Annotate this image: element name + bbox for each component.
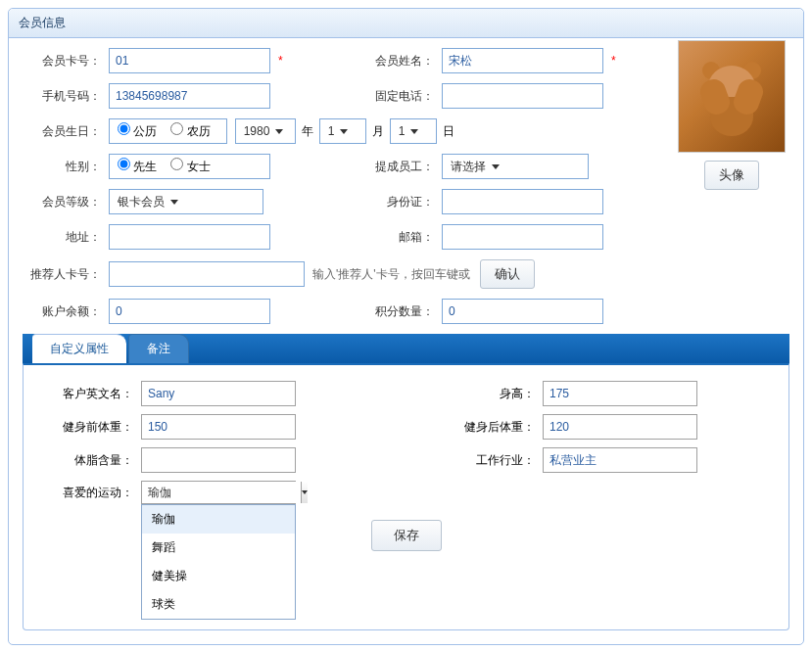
label-body-fat: 体脂含量：	[43, 452, 133, 469]
day-select[interactable]: 1	[390, 118, 437, 144]
member-info-panel: 会员信息 头像 会员卡号： * 会员姓名：	[8, 8, 804, 645]
label-tel: 固定电话：	[356, 88, 434, 105]
name-input[interactable]	[442, 48, 603, 73]
email-input[interactable]	[442, 224, 603, 250]
label-balance: 账户余额：	[23, 303, 101, 320]
label-address: 地址：	[23, 229, 101, 246]
label-favorite-sport: 喜爱的运动：	[43, 485, 133, 501]
industry-input[interactable]	[543, 447, 697, 473]
label-industry: 工作行业：	[445, 452, 535, 469]
weight-before-input[interactable]	[141, 414, 296, 440]
year-select[interactable]: 1980	[235, 118, 296, 144]
combo-dropdown-button[interactable]	[301, 482, 308, 503]
year-unit: 年	[302, 123, 313, 140]
panel-title: 会员信息	[9, 9, 803, 38]
label-email: 邮箱：	[356, 229, 434, 246]
day-unit: 日	[443, 123, 454, 140]
label-en-name: 客户英文名：	[43, 386, 133, 402]
radio-male[interactable]: 先生	[118, 158, 157, 175]
mobile-input[interactable]	[109, 83, 270, 109]
points-input[interactable]	[442, 299, 603, 324]
gender-group: 先生 女士	[109, 154, 270, 179]
calendar-type-group: 公历 农历	[109, 118, 227, 144]
favorite-sport-combo[interactable]: 瑜伽 舞蹈 健美操 球类	[141, 481, 296, 504]
label-level: 会员等级：	[23, 194, 101, 210]
weight-after-input[interactable]	[543, 414, 697, 440]
label-height: 身高：	[445, 386, 535, 402]
staff-select[interactable]: 请选择	[442, 154, 589, 179]
chevron-down-icon	[170, 200, 178, 205]
label-gender: 性别：	[23, 159, 101, 175]
referrer-hint: 输入'推荐人'卡号，按回车键或	[312, 266, 470, 283]
label-name: 会员姓名：	[356, 53, 434, 70]
address-input[interactable]	[109, 224, 270, 250]
dropdown-option[interactable]: 球类	[142, 590, 295, 619]
chevron-down-icon	[302, 490, 308, 494]
required-mark: *	[611, 54, 616, 68]
referrer-input[interactable]	[109, 261, 305, 287]
avatar-section: 头像	[678, 40, 786, 190]
label-staff: 提成员工：	[356, 159, 434, 175]
month-select[interactable]: 1	[319, 118, 366, 144]
favorite-sport-input[interactable]	[142, 482, 301, 503]
radio-lunar[interactable]: 农历	[170, 122, 210, 140]
dropdown-option[interactable]: 舞蹈	[142, 534, 295, 562]
tabs-bar: 自定义属性 备注	[23, 334, 789, 363]
level-select[interactable]: 银卡会员	[109, 189, 263, 214]
card-no-input[interactable]	[109, 48, 270, 73]
radio-solar[interactable]: 公历	[118, 122, 157, 140]
month-unit: 月	[372, 123, 384, 140]
idcard-input[interactable]	[442, 189, 603, 214]
en-name-input[interactable]	[141, 381, 296, 406]
label-idcard: 身份证：	[356, 194, 434, 210]
dropdown-option[interactable]: 瑜伽	[142, 505, 295, 534]
dropdown-option[interactable]: 健美操	[142, 562, 295, 590]
label-points: 积分数量：	[356, 303, 434, 320]
label-weight-after: 健身后体重：	[445, 419, 535, 436]
chevron-down-icon	[340, 129, 348, 134]
tab-content-custom: 客户英文名： 身高： 健身前体重： 健身后体重：	[23, 363, 789, 630]
chevron-down-icon	[275, 129, 283, 134]
avatar-image	[678, 40, 786, 153]
label-mobile: 手机号码：	[23, 88, 101, 105]
body-fat-input[interactable]	[141, 447, 296, 473]
save-button[interactable]: 保存	[371, 520, 442, 551]
chevron-down-icon	[410, 129, 418, 134]
required-mark: *	[278, 54, 283, 68]
tab-custom-attributes[interactable]: 自定义属性	[32, 334, 126, 363]
chevron-down-icon	[492, 164, 500, 169]
confirm-button[interactable]: 确认	[480, 259, 535, 289]
label-weight-before: 健身前体重：	[43, 419, 133, 436]
height-input[interactable]	[543, 381, 697, 406]
label-referrer: 推荐人卡号：	[23, 266, 101, 283]
label-birthday: 会员生日：	[23, 123, 101, 140]
balance-input[interactable]	[109, 299, 270, 324]
bear-illustration	[693, 58, 771, 136]
tel-input[interactable]	[442, 83, 603, 109]
form-body: 头像 会员卡号： * 会员姓名： * 手机号码： 固定电话：	[9, 38, 803, 324]
label-card-no: 会员卡号：	[23, 53, 101, 70]
avatar-button[interactable]: 头像	[704, 161, 759, 190]
tab-remark[interactable]: 备注	[128, 334, 189, 363]
radio-female[interactable]: 女士	[170, 158, 210, 175]
favorite-sport-dropdown: 瑜伽 舞蹈 健美操 球类	[141, 504, 296, 620]
